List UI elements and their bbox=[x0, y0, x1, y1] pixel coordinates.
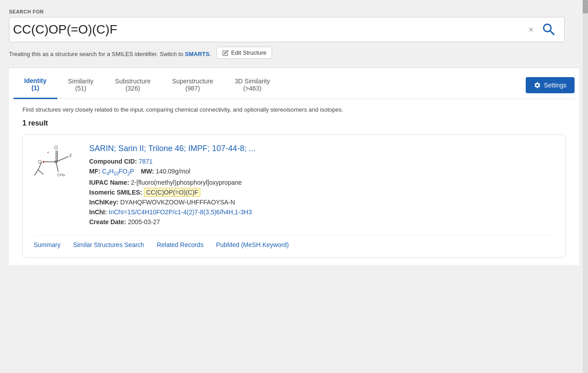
compound-title[interactable]: SARIN; Sarin II; Trilone 46; IMPF; 107-4… bbox=[89, 144, 554, 153]
page-wrapper: SEARCH FOR × Treating this as a structur… bbox=[0, 0, 588, 373]
inchi-value: InChI=1S/C4H10FO2P/c1-4(2)7-8(3,5)6/h4H,… bbox=[109, 208, 252, 216]
smarts-link[interactable]: SMARTS bbox=[185, 51, 210, 57]
tabs-section: Identity (1) Similarity (51) Substructur… bbox=[9, 68, 579, 265]
svg-line-1 bbox=[56, 156, 69, 162]
create-value: 2005-03-27 bbox=[128, 218, 160, 226]
molecule-svg: F O O bbox=[34, 144, 78, 180]
related-records-link[interactable]: Related Records bbox=[157, 241, 203, 248]
tab-identity[interactable]: Identity (1) bbox=[13, 72, 57, 99]
card-footer: Summary Similar Structures Search Relate… bbox=[34, 235, 554, 248]
cid-link[interactable]: 7871 bbox=[138, 158, 152, 165]
mf-row: MF: C4H10FO2P MW: 140.09g/mol bbox=[89, 168, 554, 176]
result-info: SARIN; Sarin II; Trilone 46; IMPF; 107-4… bbox=[89, 144, 554, 228]
iupac-row: IUPAC Name: 2-[fluoro(methyl)phosphoryl]… bbox=[89, 179, 554, 186]
gear-icon bbox=[534, 82, 541, 89]
search-hint: Treating this as a structure search for … bbox=[9, 47, 579, 59]
svg-text:*: * bbox=[47, 151, 49, 156]
svg-text:CH₃: CH₃ bbox=[57, 173, 65, 177]
find-text: Find structures very closely related to … bbox=[22, 106, 566, 113]
tab-3d-similarity[interactable]: 3D Similarity (>463) bbox=[224, 72, 281, 98]
similar-structures-link[interactable]: Similar Structures Search bbox=[73, 241, 144, 248]
result-header: F O O bbox=[34, 144, 554, 228]
svg-point-13 bbox=[43, 161, 44, 163]
scrollbar-thumb[interactable] bbox=[583, 0, 588, 13]
mw-value: 140.09g/mol bbox=[156, 168, 190, 175]
clear-button[interactable]: × bbox=[525, 25, 537, 34]
result-card: F O O bbox=[22, 134, 566, 258]
result-count: 1 result bbox=[22, 119, 566, 127]
svg-line-11 bbox=[56, 162, 58, 172]
scrollbar[interactable] bbox=[583, 0, 588, 373]
search-bar: × bbox=[9, 17, 565, 42]
tabs-row: Identity (1) Similarity (51) Substructur… bbox=[13, 68, 575, 99]
smiles-row: Isomeric SMILES: CC(C)OP(=O)(C)F bbox=[89, 189, 554, 196]
iupac-value: 2-[fluoro(methyl)phosphoryl]oxypropane bbox=[131, 179, 242, 186]
inchikey-row: InChIKey: DYAHQFWOVKZOOW-UHFFFAOYSA-N bbox=[89, 199, 554, 206]
search-button[interactable] bbox=[537, 20, 561, 39]
pencil-icon bbox=[222, 50, 229, 56]
search-input[interactable] bbox=[13, 22, 525, 37]
search-icon bbox=[541, 22, 557, 38]
summary-link[interactable]: Summary bbox=[34, 241, 61, 248]
search-label: SEARCH FOR bbox=[9, 9, 579, 14]
inchi-row: InChI: InChI=1S/C4H10FO2P/c1-4(2)7-8(3,5… bbox=[89, 208, 554, 216]
edit-structure-button[interactable]: Edit Structure bbox=[216, 47, 272, 59]
svg-text:O: O bbox=[54, 145, 58, 150]
create-row: Create Date: 2005-03-27 bbox=[89, 218, 554, 226]
smiles-value: CC(C)OP(=O)(C)F bbox=[144, 188, 200, 197]
tab-superstructure[interactable]: Superstructure (987) bbox=[161, 72, 224, 98]
settings-button[interactable]: Settings bbox=[526, 77, 575, 93]
inchikey-value: DYAHQFWOVKZOOW-UHFFFAOYSA-N bbox=[120, 199, 235, 206]
molecule-image: F O O bbox=[34, 144, 78, 180]
mf-value: C4H10FO2P bbox=[102, 168, 136, 175]
svg-text:F: F bbox=[69, 153, 72, 158]
svg-line-9 bbox=[35, 170, 38, 175]
tab-substructure[interactable]: Substructure (326) bbox=[104, 72, 161, 98]
cid-row: Compound CID: 7871 bbox=[89, 158, 554, 165]
pubmed-link[interactable]: PubMed (MeSH Keyword) bbox=[216, 241, 289, 248]
tab-similarity[interactable]: Similarity (51) bbox=[57, 72, 104, 98]
svg-line-10 bbox=[38, 170, 43, 174]
content-area: Find structures very closely related to … bbox=[13, 99, 575, 265]
